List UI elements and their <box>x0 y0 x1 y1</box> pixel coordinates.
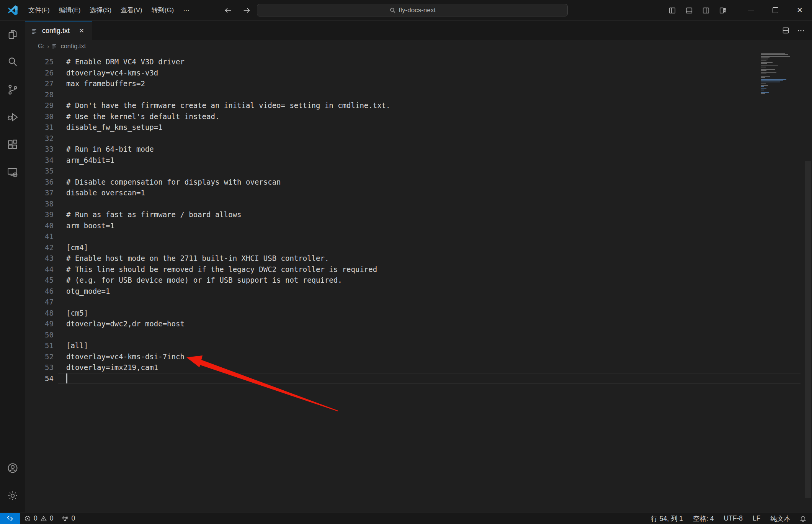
code-line-32[interactable]: 32 <box>25 133 804 144</box>
code-line-49[interactable]: 49dtoverlay=dwc2,dr_mode=host <box>25 318 804 329</box>
line-number[interactable]: 35 <box>25 167 54 175</box>
status-item[interactable]: 空格: 4 <box>688 513 719 524</box>
line-number[interactable]: 39 <box>25 210 54 219</box>
code-line-41[interactable]: 41 <box>25 231 804 242</box>
code-line-40[interactable]: 40arm_boost=1 <box>25 220 804 231</box>
code-line-50[interactable]: 50 <box>25 329 804 341</box>
minimize-button[interactable] <box>738 0 763 20</box>
line-number[interactable]: 50 <box>25 331 54 339</box>
problems-status[interactable]: 0 0 <box>20 513 57 524</box>
code-line-37[interactable]: 37disable_overscan=1 <box>25 187 804 198</box>
status-item[interactable]: 纯文本 <box>766 513 796 524</box>
tab-config-txt[interactable]: config.txt ✕ <box>25 21 92 40</box>
line-number[interactable]: 45 <box>25 276 54 284</box>
line-number[interactable]: 52 <box>25 352 54 361</box>
menu-item[interactable]: 文件(F) <box>24 0 54 20</box>
customize-layout-icon[interactable] <box>717 5 729 16</box>
line-number[interactable]: 42 <box>25 243 54 252</box>
close-button[interactable]: ✕ <box>787 0 812 20</box>
code-line-45[interactable]: 45# (e.g. for USB device mode) or if USB… <box>25 275 804 286</box>
search-sidebar-icon[interactable] <box>0 48 25 76</box>
run-debug-icon[interactable] <box>0 103 25 131</box>
code-line-46[interactable]: 46otg_mode=1 <box>25 286 804 297</box>
code-line-39[interactable]: 39# Run as fast as firmware / board allo… <box>25 209 804 220</box>
toggle-panel-icon[interactable] <box>683 5 695 16</box>
command-center-search[interactable]: fly-docs-next <box>257 4 568 16</box>
line-number[interactable]: 38 <box>25 200 54 208</box>
line-number[interactable]: 29 <box>25 101 54 110</box>
line-number[interactable]: 51 <box>25 341 54 350</box>
code-line-54[interactable]: 54 <box>25 373 804 384</box>
code-line-33[interactable]: 33# Run in 64-bit mode <box>25 144 804 155</box>
line-number[interactable]: 44 <box>25 265 54 273</box>
code-line-43[interactable]: 43# Enable host mode on the 2711 built-i… <box>25 253 804 264</box>
status-item[interactable]: UTF-8 <box>719 513 748 524</box>
toggle-sidebar-icon[interactable] <box>667 5 678 16</box>
menu-item[interactable]: 转到(G) <box>147 0 179 20</box>
more-actions-icon[interactable] <box>797 26 805 35</box>
code-line-35[interactable]: 35 <box>25 165 804 177</box>
code-line-48[interactable]: 48[cm5] <box>25 308 804 319</box>
code-line-36[interactable]: 36# Disable compensation for displays wi… <box>25 177 804 188</box>
line-number[interactable]: 31 <box>25 123 54 131</box>
line-number[interactable]: 47 <box>25 298 54 306</box>
vertical-scrollbar[interactable] <box>804 52 812 513</box>
back-arrow-icon[interactable] <box>224 6 232 15</box>
line-number[interactable]: 34 <box>25 156 54 164</box>
code-line-28[interactable]: 28 <box>25 89 804 100</box>
forward-arrow-icon[interactable] <box>242 6 251 15</box>
status-item[interactable]: LF <box>748 513 765 524</box>
account-icon[interactable] <box>0 454 25 482</box>
code-line-38[interactable]: 38 <box>25 198 804 210</box>
line-number[interactable]: 30 <box>25 112 54 121</box>
remote-indicator[interactable] <box>0 513 20 524</box>
line-number[interactable]: 26 <box>25 69 54 77</box>
code-line-53[interactable]: 53dtoverlay=imx219,cam1 <box>25 362 804 373</box>
line-number[interactable]: 41 <box>25 232 54 241</box>
line-number[interactable]: 43 <box>25 254 54 262</box>
line-number[interactable]: 48 <box>25 309 54 317</box>
code-line-31[interactable]: 31disable_fw_kms_setup=1 <box>25 122 804 133</box>
line-number[interactable]: 32 <box>25 134 54 142</box>
line-number[interactable]: 36 <box>25 178 54 186</box>
code-line-42[interactable]: 42[cm4] <box>25 242 804 253</box>
ports-status[interactable]: 0 <box>57 513 79 524</box>
code-line-51[interactable]: 51[all] <box>25 340 804 351</box>
line-number[interactable]: 53 <box>25 363 54 372</box>
code-line-52[interactable]: 52dtoverlay=vc4-kms-dsi-7inch <box>25 351 804 362</box>
breadcrumb-drive[interactable]: G: <box>38 43 44 50</box>
code-line-34[interactable]: 34arm_64bit=1 <box>25 155 804 166</box>
breadcrumb-file[interactable]: config.txt <box>60 43 86 50</box>
menu-item[interactable]: 查看(V) <box>116 0 147 20</box>
line-number[interactable]: 28 <box>25 90 54 99</box>
notifications-bell[interactable] <box>796 513 812 524</box>
tab-close-icon[interactable]: ✕ <box>77 26 86 36</box>
code-line-29[interactable]: 29# Don't have the firmware create an in… <box>25 100 804 111</box>
line-number[interactable]: 46 <box>25 287 54 295</box>
code-line-44[interactable]: 44# This line should be removed if the l… <box>25 264 804 275</box>
extensions-icon[interactable] <box>0 131 25 159</box>
scrollbar-slider[interactable] <box>805 161 811 498</box>
status-item[interactable]: 行 54, 列 1 <box>646 513 688 524</box>
menu-item[interactable]: 编辑(E) <box>54 0 85 20</box>
code-line-27[interactable]: 27max_framebuffers=2 <box>25 78 804 89</box>
line-number[interactable]: 25 <box>25 57 54 66</box>
toggle-secondary-sidebar-icon[interactable] <box>700 5 712 16</box>
code-line-25[interactable]: 25# Enable DRM VC4 V3D driver <box>25 56 804 67</box>
code-line-26[interactable]: 26dtoverlay=vc4-kms-v3d <box>25 67 804 79</box>
remote-explorer-icon[interactable] <box>0 159 25 186</box>
editor-pane[interactable]: 25# Enable DRM VC4 V3D driver26dtoverlay… <box>25 52 812 513</box>
code-line-47[interactable]: 47 <box>25 296 804 308</box>
minimap[interactable] <box>761 53 792 94</box>
source-control-icon[interactable] <box>0 76 25 103</box>
menu-item[interactable]: ··· <box>178 0 194 20</box>
line-number[interactable]: 49 <box>25 319 54 328</box>
explorer-icon[interactable] <box>0 21 25 48</box>
line-number[interactable]: 40 <box>25 221 54 230</box>
settings-gear-icon[interactable] <box>0 482 25 509</box>
line-number[interactable]: 54 <box>25 374 54 383</box>
maximize-button[interactable] <box>763 0 787 20</box>
menu-item[interactable]: 选择(S) <box>85 0 116 20</box>
line-number[interactable]: 33 <box>25 145 54 153</box>
line-number[interactable]: 37 <box>25 188 54 197</box>
